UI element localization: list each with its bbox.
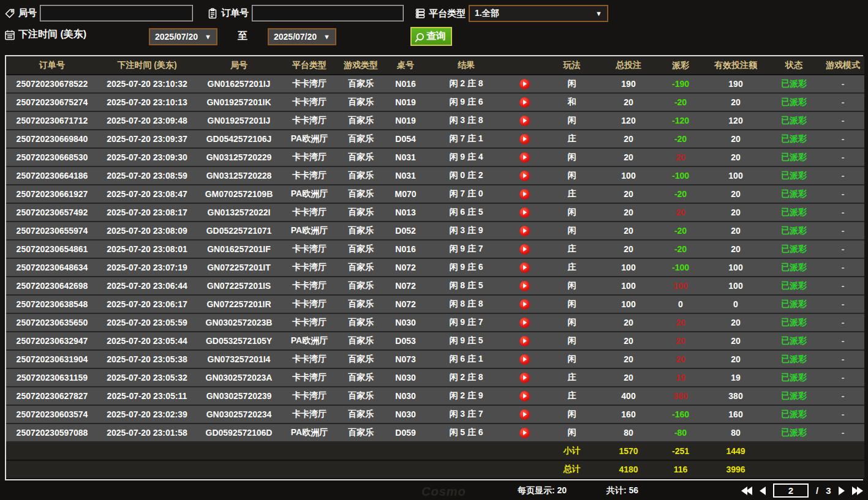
video-play-button[interactable] [519,244,530,255]
video-play-button[interactable] [519,152,530,163]
date-to-select[interactable]: 2025/07/20 ▼ [268,28,336,45]
play-icon [523,81,527,86]
cell-platform-type: 卡卡湾厅 [282,295,337,313]
cell-result: 闲 9 庄 5 [426,332,506,350]
video-play-button[interactable] [519,391,530,401]
order-no-input[interactable] [252,5,404,21]
cell-total-bet: 20 [601,222,656,240]
video-play-button[interactable] [519,207,530,218]
video-play-button[interactable] [519,354,530,365]
search-button[interactable]: 查询 [410,27,452,46]
subtotal-payout: -251 [656,442,705,460]
cell-round-no: GN072257201IR [196,295,282,313]
table-row: 2507202306356502025-07-20 23:05:59GN0302… [6,313,864,332]
chevron-down-icon: ▼ [205,33,211,40]
video-play-button[interactable] [519,116,530,126]
video-play-button[interactable] [519,134,530,144]
cell-result: 闲 5 庄 6 [426,424,506,442]
cell-table-no: N019 [385,111,426,130]
video-play-button[interactable] [519,189,530,200]
table-row: 2507202306752742025-07-20 23:10:13GN0192… [6,93,864,111]
cell-payout: -20 [656,185,705,203]
video-play-button[interactable] [519,226,530,236]
cell-result: 闲 3 庄 9 [426,222,506,240]
cell-payout: -160 [656,405,705,424]
cell-result: 闲 9 庄 7 [426,313,506,332]
total-spacer [6,460,543,479]
cell-game-type: 百家乐 [337,93,385,111]
cell-payout: -100 [656,166,705,185]
cell-video [506,75,543,93]
total-total-bet: 4180 [601,460,656,479]
cell-status: 已派彩 [766,387,821,405]
cell-table-no: D053 [385,332,426,350]
table-row: 2507202306329472025-07-20 23:05:44GD0532… [6,332,864,350]
cell-valid-bet: 380 [705,387,766,405]
video-play-button[interactable] [519,299,530,310]
cell-play-type: 庄 [543,240,601,258]
video-play-button[interactable] [519,263,530,273]
cell-payout: -80 [656,424,705,442]
cell-bet-time: 2025-07-20 23:09:30 [98,148,196,166]
table-row: 2507202306574922025-07-20 23:08:17GN0132… [6,203,864,222]
cell-game-mode: - [821,258,864,277]
total-spacer-end [766,460,864,479]
cell-status: 已派彩 [766,277,821,295]
cell-play-type: 闲 [543,295,601,313]
cell-total-bet: 20 [601,240,656,258]
cell-payout: -120 [656,111,705,130]
cell-game-mode: - [821,368,864,387]
play-icon [523,228,527,233]
video-play-button[interactable] [519,79,530,89]
round-no-input[interactable] [40,5,193,21]
cell-play-type: 闲 [543,313,601,332]
last-page-button[interactable] [852,487,863,495]
cell-status: 已派彩 [766,405,821,424]
cell-order-no: 250720230655974 [6,222,98,240]
cell-game-type: 百家乐 [337,75,385,93]
prev-page-button[interactable] [760,487,766,495]
video-play-button[interactable] [519,281,530,291]
subtotal-valid-bet: 1449 [705,442,766,460]
cell-play-type: 庄 [543,387,601,405]
cell-game-type: 百家乐 [337,424,385,442]
cell-play-type: 闲 [543,75,601,93]
cell-table-no: N030 [385,368,426,387]
play-icon [523,430,527,435]
cell-game-mode: - [821,277,864,295]
video-play-button[interactable] [519,97,530,108]
cell-valid-bet: 100 [705,277,766,295]
current-page-input[interactable] [773,483,809,498]
video-play-button[interactable] [519,171,530,181]
video-play-button[interactable] [519,318,530,328]
video-play-button[interactable] [519,428,530,438]
date-from-select[interactable]: 2025/07/20 ▼ [149,28,217,45]
cell-payout: -20 [656,240,705,258]
cell-game-type: 百家乐 [337,111,385,130]
cell-round-no: GN016257201IJ [196,75,282,93]
cell-status: 已派彩 [766,130,821,148]
cell-video [506,368,543,387]
first-page-button[interactable] [741,487,752,495]
video-play-button[interactable] [519,336,530,346]
table-row: 2507202306035742025-07-20 23:02:39GN0302… [6,405,864,424]
next-page-button[interactable] [839,487,845,495]
platform-type-label: 平台类型 [429,8,466,20]
cell-game-mode: - [821,130,864,148]
cell-game-type: 百家乐 [337,295,385,313]
table-row: 2507202306785222025-07-20 23:10:32GN0162… [6,75,864,93]
table-row: 2507202306319042025-07-20 23:05:38GN0732… [6,350,864,368]
cell-result: 闲 6 庄 5 [426,203,506,222]
play-icon [523,155,527,160]
platform-type-select[interactable]: 1.全部 ▼ [469,5,608,22]
video-play-button[interactable] [519,373,530,383]
chevron-down-icon: ▼ [595,10,602,17]
video-play-button[interactable] [519,409,530,420]
cell-order-no: 250720230664186 [6,166,98,185]
date-to-value: 2025/07/20 [274,32,317,42]
cell-table-no: D052 [385,222,426,240]
search-icon [417,33,424,40]
cell-order-no: 250720230678522 [6,75,98,93]
cell-result: 闲 9 庄 6 [426,93,506,111]
cell-platform-type: PA欧洲厅 [282,185,337,203]
